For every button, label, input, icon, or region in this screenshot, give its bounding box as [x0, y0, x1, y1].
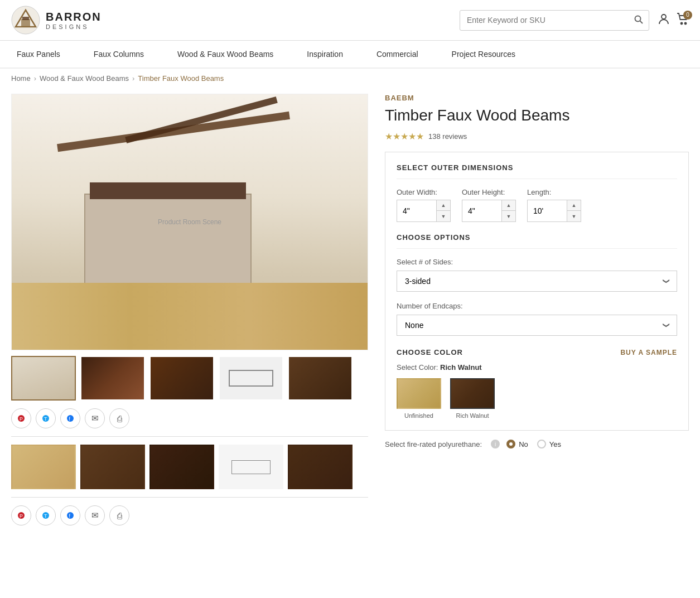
thumb-1[interactable] [11, 356, 76, 401]
svg-rect-2 [21, 19, 30, 27]
outer-width-group: Outer Width: ▲ ▼ [397, 188, 451, 222]
options-panel: SELECT OUTER DIMENSIONS Outer Width: ▲ ▼… [385, 152, 689, 431]
email-button-2[interactable]: ✉ [85, 505, 105, 525]
twitter-button-2[interactable]: T [36, 505, 56, 525]
cart-count: 0 [683, 11, 692, 20]
length-label: Length: [527, 188, 581, 196]
outer-width-label: Outer Width: [397, 188, 451, 196]
radio-yes-label: Yes [549, 440, 561, 448]
endcaps-select[interactable]: None 1 2 [397, 315, 677, 336]
thumb-4[interactable] [219, 356, 283, 401]
color-swatches: Unfinished Rich Walnut [397, 378, 677, 419]
options-title: CHOOSE OPTIONS [397, 233, 677, 249]
length-input[interactable] [528, 202, 567, 220]
endcaps-select-wrap: None 1 2 [397, 315, 677, 336]
thumbnail-row-2 [11, 445, 368, 498]
svg-text:P: P [20, 416, 23, 422]
thumb-5[interactable] [288, 356, 353, 401]
length-up[interactable]: ▲ [567, 200, 581, 211]
svg-point-4 [635, 16, 641, 21]
outer-height-input[interactable] [462, 202, 501, 220]
length-down[interactable]: ▼ [567, 211, 581, 221]
email-button[interactable]: ✉ [85, 408, 105, 428]
length-spinner: ▲ ▼ [527, 200, 581, 222]
fire-rated-no[interactable]: No [506, 440, 528, 448]
svg-point-8 [685, 22, 687, 24]
color-title: CHOOSE COLOR [397, 348, 463, 356]
twitter-button[interactable]: T [36, 408, 56, 428]
outer-height-up[interactable]: ▲ [502, 200, 515, 211]
radio-no-circle [506, 440, 515, 448]
nav-project-resources[interactable]: Project Resources [435, 41, 532, 67]
logo: BARRON DESIGNS [11, 6, 102, 35]
nav-faux-columns[interactable]: Faux Columns [77, 41, 161, 67]
sides-label: Select # of Sides: [397, 258, 677, 266]
pinterest-button[interactable]: P [11, 408, 31, 428]
outer-width-down[interactable]: ▼ [437, 211, 450, 221]
outer-height-down[interactable]: ▼ [502, 211, 515, 221]
outer-width-input[interactable] [397, 202, 436, 220]
breadcrumb-current: Timber Faux Wood Beams [138, 74, 224, 83]
swatch-unfinished[interactable]: Unfinished [397, 378, 441, 419]
color-section: CHOOSE COLOR BUY A SAMPLE Select Color: … [397, 346, 677, 419]
thumb-2-4[interactable] [219, 445, 283, 489]
print-button-2[interactable]: ⎙ [109, 505, 129, 525]
svg-text:T: T [44, 416, 47, 422]
svg-rect-3 [22, 17, 29, 20]
thumb-2-3[interactable] [149, 445, 214, 489]
fire-rated-radio-group: No Yes [506, 440, 561, 448]
cart-button[interactable]: 0 [677, 13, 689, 28]
radio-no-label: No [519, 440, 528, 448]
print-button[interactable]: ⎙ [109, 408, 129, 428]
header-right: 0 [460, 10, 689, 31]
outer-height-spinner: ▲ ▼ [462, 200, 516, 222]
swatch-rich-walnut[interactable]: Rich Walnut [450, 378, 495, 419]
thumb-3[interactable] [149, 356, 214, 401]
logo-icon [11, 6, 40, 35]
thumb-2-1[interactable] [11, 445, 76, 489]
outer-height-group: Outer Height: ▲ ▼ [462, 188, 516, 222]
radio-yes-circle [537, 440, 546, 448]
search-bar [460, 10, 649, 31]
nav-faux-panels[interactable]: Faux Panels [0, 41, 77, 67]
outer-width-up[interactable]: ▲ [437, 200, 450, 211]
selected-color-name: Rich Walnut [440, 363, 482, 372]
header: BARRON DESIGNS [0, 0, 700, 41]
facebook-button-2[interactable]: f [60, 505, 80, 525]
facebook-button[interactable]: f [60, 408, 80, 428]
outer-height-label: Outer Height: [462, 188, 516, 196]
svg-text:T: T [44, 513, 47, 519]
pinterest-button-2[interactable]: P [11, 505, 31, 525]
breadcrumb-parent[interactable]: Wood & Faux Wood Beams [40, 74, 129, 83]
nav-inspiration[interactable]: Inspiration [290, 41, 360, 67]
account-button[interactable] [658, 13, 670, 28]
logo-sub: DESIGNS [46, 23, 102, 30]
info-icon[interactable]: i [491, 440, 500, 448]
swatch-rich-walnut-label: Rich Walnut [456, 412, 489, 419]
search-input[interactable] [460, 11, 629, 29]
color-header: CHOOSE COLOR BUY A SAMPLE [397, 348, 677, 356]
nav-wood-beams[interactable]: Wood & Faux Wood Beams [161, 41, 290, 67]
sides-select[interactable]: 3-sided 4-sided [397, 271, 677, 292]
search-button[interactable] [629, 11, 649, 30]
breadcrumb-home[interactable]: Home [11, 74, 31, 83]
review-count: 138 reviews [428, 132, 467, 141]
star-rating: ★★★★★ [385, 131, 424, 142]
dimensions-row: Outer Width: ▲ ▼ Outer Height: ▲ [397, 188, 677, 222]
social-share-row-2: P T f ✉ ⎙ [11, 505, 368, 525]
product-sku: BAEBM [385, 94, 689, 102]
nav-commercial[interactable]: Commercial [360, 41, 435, 67]
product-images: Product Room Scene [11, 94, 368, 525]
thumbnail-row [11, 356, 368, 401]
thumb-2-5[interactable] [288, 445, 353, 489]
logo-text: BARRON DESIGNS [46, 11, 102, 30]
fire-rated-yes[interactable]: Yes [537, 440, 561, 448]
svg-line-5 [640, 21, 643, 23]
thumb-2-2[interactable] [80, 445, 145, 489]
buy-sample-link[interactable]: BUY A SAMPLE [620, 349, 677, 356]
outer-width-spinner: ▲ ▼ [397, 200, 451, 222]
sides-select-wrap: 3-sided 4-sided [397, 271, 677, 292]
endcaps-label: Number of Endcaps: [397, 302, 677, 310]
thumb-2[interactable] [80, 356, 145, 401]
fire-rated-label: Select fire-rated polyurethane: [385, 440, 482, 448]
